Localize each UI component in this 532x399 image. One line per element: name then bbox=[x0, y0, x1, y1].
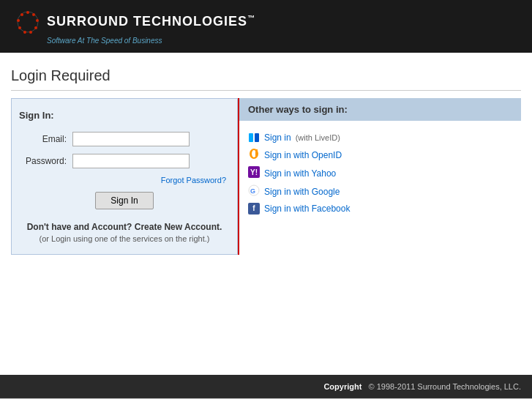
svg-point-4 bbox=[34, 26, 37, 29]
signin-btn-row: Sign In bbox=[19, 192, 230, 209]
logo-brand: Surround Technologies™ bbox=[15, 9, 255, 35]
liveid-link[interactable]: Sign in bbox=[264, 133, 291, 143]
liveid-sub: (with LiveID) bbox=[296, 133, 340, 142]
svg-text:G: G bbox=[250, 187, 255, 195]
google-link[interactable]: Sign in with Google bbox=[264, 187, 340, 197]
other-panel: Other ways to sign in: Sign in (with Liv… bbox=[239, 98, 521, 255]
signin-panel: Sign In: Email: Password: Forgot Passwor… bbox=[11, 98, 238, 255]
email-label: Email: bbox=[19, 134, 67, 144]
svg-point-6 bbox=[23, 31, 26, 34]
signin-panel-title: Sign In: bbox=[19, 110, 230, 121]
facebook-icon: f bbox=[248, 203, 260, 215]
brand-tech: Technologies™ bbox=[133, 14, 255, 29]
openid-icon bbox=[248, 148, 260, 162]
copyright-text: © 1998-2011 Surround Technologies, LLC. bbox=[369, 382, 522, 391]
page-title: Login Required bbox=[11, 67, 521, 91]
svg-point-1 bbox=[26, 11, 29, 14]
no-account-text: Don't have and Account? Create New Accou… bbox=[19, 220, 230, 234]
svg-rect-11 bbox=[255, 133, 259, 142]
logo-tagline: Software At The Speed of Business bbox=[47, 37, 255, 45]
logo-text: Surround Technologies™ bbox=[47, 14, 255, 29]
liveid-icon bbox=[248, 132, 260, 143]
signin-button[interactable]: Sign In bbox=[95, 192, 153, 209]
svg-point-8 bbox=[17, 19, 20, 22]
email-input[interactable] bbox=[72, 132, 190, 146]
openid-item: Sign in with OpenID bbox=[248, 148, 512, 162]
logo-icon bbox=[15, 9, 41, 35]
facebook-link[interactable]: Sign in with Facebook bbox=[264, 204, 350, 214]
svg-point-2 bbox=[32, 13, 35, 16]
password-row: Password: bbox=[19, 154, 230, 168]
footer-text: Copyright © 1998-2011 Surround Technolog… bbox=[323, 382, 521, 391]
svg-point-7 bbox=[18, 26, 21, 29]
yahoo-link[interactable]: Sign in with Yahoo bbox=[264, 168, 336, 179]
svg-rect-14 bbox=[255, 149, 258, 156]
svg-rect-10 bbox=[249, 133, 253, 142]
footer: Copyright © 1998-2011 Surround Technolog… bbox=[0, 375, 532, 398]
yahoo-item: Y! Sign in with Yahoo bbox=[248, 166, 512, 180]
svg-point-9 bbox=[20, 13, 23, 16]
yahoo-icon: Y! bbox=[248, 166, 260, 180]
facebook-item: f Sign in with Facebook bbox=[248, 203, 512, 215]
no-account-sub: (or Login using one of the services on t… bbox=[19, 234, 230, 243]
forgot-password-link[interactable]: Forgot Password? bbox=[161, 176, 226, 184]
other-panel-header: Other ways to sign in: bbox=[239, 98, 521, 121]
google-icon: G bbox=[248, 184, 260, 198]
liveid-item: Sign in (with LiveID) bbox=[248, 132, 512, 143]
password-input[interactable] bbox=[72, 154, 190, 168]
forgot-row: Forgot Password? bbox=[19, 176, 230, 184]
logo-area: Surround Technologies™ Software At The S… bbox=[15, 9, 255, 45]
svg-point-3 bbox=[36, 19, 39, 22]
brand-surround: Surround bbox=[47, 14, 129, 29]
email-row: Email: bbox=[19, 132, 230, 146]
content-area: Sign In: Email: Password: Forgot Passwor… bbox=[11, 98, 521, 255]
svg-point-5 bbox=[29, 31, 32, 34]
header: Surround Technologies™ Software At The S… bbox=[0, 0, 532, 53]
svg-text:Y!: Y! bbox=[250, 168, 258, 176]
google-item: G Sign in with Google bbox=[248, 184, 512, 198]
password-label: Password: bbox=[19, 156, 67, 166]
main-wrapper: Login Required Sign In: Email: Password:… bbox=[0, 53, 532, 375]
openid-link[interactable]: Sign in with OpenID bbox=[264, 150, 342, 160]
other-links: Sign in (with LiveID) Sign in with OpenI… bbox=[239, 128, 521, 218]
copyright-label: Copyright bbox=[323, 382, 361, 391]
